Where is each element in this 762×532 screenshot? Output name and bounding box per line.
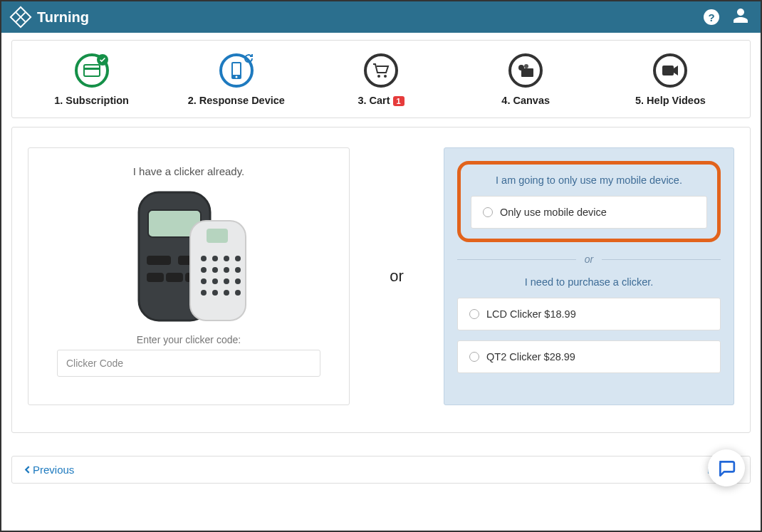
mobile-highlight: I am going to only use my mobile device.… xyxy=(457,161,721,242)
svg-point-6 xyxy=(384,75,387,78)
radio-icon xyxy=(483,207,493,217)
svg-point-33 xyxy=(224,278,229,284)
options-panel: I am going to only use my mobile device.… xyxy=(444,147,734,405)
card-icon xyxy=(75,53,109,88)
radio-icon xyxy=(469,309,479,319)
separator: or xyxy=(361,147,432,405)
svg-point-31 xyxy=(201,278,207,284)
svg-rect-15 xyxy=(147,256,171,265)
help-icon[interactable]: ? xyxy=(704,9,719,25)
lcd-clicker-option[interactable]: LCD Clicker $18.99 xyxy=(457,298,721,330)
step-help-videos[interactable]: 5. Help Videos xyxy=(598,53,743,106)
svg-point-37 xyxy=(224,290,229,296)
option-label: Only use mobile device xyxy=(500,207,607,218)
clicker-illustration xyxy=(125,189,253,324)
step-response-device[interactable]: 2. Response Device xyxy=(164,53,308,106)
svg-point-23 xyxy=(201,256,207,261)
or-divider: or xyxy=(457,254,721,265)
clicker-code-input[interactable] xyxy=(57,350,320,377)
svg-point-24 xyxy=(212,256,218,261)
cart-badge: 1 xyxy=(393,96,405,106)
svg-point-9 xyxy=(524,64,528,68)
step-cart[interactable]: 3. Cart1 xyxy=(308,53,453,106)
svg-point-5 xyxy=(377,75,380,78)
svg-point-30 xyxy=(235,267,241,273)
main-content: I have a clicker already. xyxy=(11,127,751,433)
svg-point-34 xyxy=(235,278,241,284)
svg-rect-0 xyxy=(84,65,100,76)
video-icon xyxy=(653,53,687,88)
mobile-prompt: I am going to only use my mobile device. xyxy=(471,174,707,186)
mobile-only-option[interactable]: Only use mobile device xyxy=(471,196,707,229)
svg-rect-10 xyxy=(662,66,674,75)
chat-button[interactable] xyxy=(708,449,745,486)
svg-rect-22 xyxy=(207,229,228,243)
svg-point-36 xyxy=(212,290,218,296)
top-bar: Turning ? xyxy=(1,1,761,33)
step-label: 4. Canvas xyxy=(454,95,598,106)
step-label: 5. Help Videos xyxy=(598,95,743,106)
radio-icon xyxy=(469,352,479,362)
clicker-panel: I have a clicker already. xyxy=(28,147,350,405)
user-icon[interactable] xyxy=(732,7,749,27)
svg-rect-1 xyxy=(84,68,100,70)
svg-point-38 xyxy=(235,290,241,296)
option-label: QT2 Clicker $28.99 xyxy=(486,351,575,363)
device-icon xyxy=(219,53,254,88)
svg-point-29 xyxy=(224,267,229,273)
step-label: 1. Subscription xyxy=(19,95,164,106)
purchase-prompt: I need to purchase a clicker. xyxy=(457,276,721,288)
svg-point-26 xyxy=(235,256,241,261)
option-label: LCD Clicker $18.99 xyxy=(486,308,576,320)
refresh-icon xyxy=(243,53,254,67)
brand-name: Turning xyxy=(37,9,89,26)
brand-logo-icon xyxy=(9,6,31,28)
svg-point-35 xyxy=(201,290,207,296)
svg-rect-17 xyxy=(147,273,164,282)
step-label: 3. Cart1 xyxy=(308,95,453,106)
chat-icon xyxy=(717,459,736,477)
svg-rect-18 xyxy=(166,273,183,282)
step-canvas[interactable]: 4. Canvas xyxy=(454,53,598,106)
svg-point-32 xyxy=(212,278,218,284)
svg-rect-3 xyxy=(233,63,240,75)
previous-button[interactable]: Previous xyxy=(24,464,74,476)
svg-point-27 xyxy=(201,267,207,273)
chevron-left-icon xyxy=(24,466,31,474)
check-icon xyxy=(97,54,108,66)
step-label: 2. Response Device xyxy=(164,95,308,106)
footer-nav: Previous Next xyxy=(11,456,751,484)
canvas-icon xyxy=(508,53,543,88)
svg-point-8 xyxy=(518,65,524,71)
or-text: or xyxy=(390,267,404,286)
qt2-clicker-option[interactable]: QT2 Clicker $28.99 xyxy=(457,340,721,373)
steps-bar: 1. Subscription 2. Response Device 3. Ca… xyxy=(11,40,751,118)
cart-icon xyxy=(364,53,398,88)
svg-point-25 xyxy=(224,256,229,261)
step-subscription[interactable]: 1. Subscription xyxy=(19,53,164,106)
clicker-input-label: Enter your clicker code: xyxy=(57,334,320,345)
svg-point-4 xyxy=(235,76,237,78)
clicker-title: I have a clicker already. xyxy=(57,165,320,177)
brand: Turning xyxy=(13,9,89,26)
svg-point-28 xyxy=(212,267,218,273)
